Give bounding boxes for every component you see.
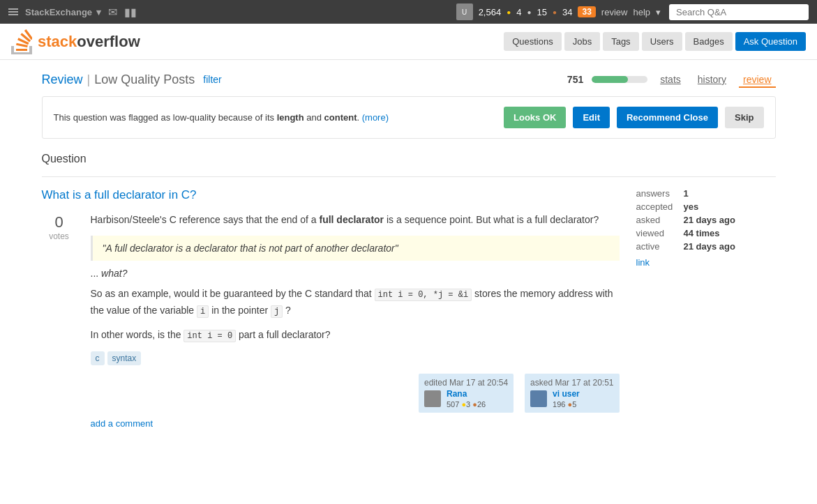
achievements-icon[interactable]: ▮▮ (124, 6, 137, 19)
gold-count: 4 (516, 7, 521, 17)
question-paragraph-1: Harbison/Steele's C reference says that … (91, 212, 620, 227)
ellipsis-paragraph: ... what? (91, 268, 620, 279)
review-header: Review | Low Quality Posts filter 751 st… (42, 71, 776, 88)
so-logo-flame-icon (11, 29, 32, 54)
users-btn[interactable]: Users (642, 32, 682, 51)
question-body: Harbison/Steele's C reference says that … (91, 212, 620, 429)
edited-label: edited Mar 17 at 20:54 (424, 378, 508, 388)
inbox-icon[interactable]: ✉ (108, 6, 117, 19)
filter-link[interactable]: filter (203, 74, 221, 85)
top-navigation: StackExchange ▾ ✉ ▮▮ U 2,564 ● 4 ● 15 ● … (0, 0, 817, 24)
brand-label: StackExchange (25, 7, 92, 17)
link-link[interactable]: link (636, 257, 776, 268)
active-stat: active 21 days ago (636, 241, 776, 252)
code-j: j (271, 305, 283, 318)
review-count: 751 (567, 74, 583, 85)
ask-question-btn[interactable]: Ask Question (735, 32, 806, 51)
section-divider (42, 176, 776, 177)
accepted-stat: accepted yes (636, 201, 776, 212)
editor-avatar (424, 390, 441, 407)
edit-button[interactable]: Edit (573, 107, 610, 128)
secondary-navigation: stackoverflow Questions Jobs Tags Users … (0, 24, 817, 60)
code-int-example: int i = 0, *j = &i (375, 289, 472, 301)
asker-rep: 196 ●5 (553, 400, 580, 408)
stats-tab[interactable]: stats (656, 71, 685, 88)
so-logo[interactable]: stackoverflow (11, 29, 140, 54)
accepted-value: yes (684, 201, 699, 212)
code-int-i-0: int i = 0 (183, 330, 236, 342)
italic-what: what? (101, 268, 127, 279)
vote-count: 0 (54, 213, 63, 231)
action-message: This question was flagged as low-quality… (54, 112, 362, 123)
help-dropdown-icon[interactable]: ▾ (656, 7, 661, 17)
main-container: Review | Low Quality Posts filter 751 st… (25, 60, 793, 440)
question-paragraph-3: In other words, is the int i = 0 part a … (91, 327, 620, 343)
edited-signature: edited Mar 17 at 20:54 Rana 507 ●3 ●26 (419, 374, 514, 413)
tag-c[interactable]: c (91, 351, 105, 365)
answers-value: 1 (684, 188, 689, 199)
avatar: U (456, 3, 473, 20)
skip-button[interactable]: Skip (725, 107, 763, 128)
question-sidebar: answers 1 accepted yes asked 21 days ago… (636, 188, 776, 429)
page-title: Low Quality Posts (94, 72, 195, 87)
looks-ok-button[interactable]: Looks OK (504, 107, 566, 128)
silver-count: 15 (537, 7, 547, 17)
review-progress-bar (592, 76, 647, 83)
question-layout: 0 votes Harbison/Steele's C reference sa… (42, 212, 620, 429)
bronze-dot: ● (553, 8, 557, 16)
progress-bar-fill (592, 76, 628, 83)
asked-signature: asked Mar 17 at 20:51 vi user 196 ●5 (525, 374, 619, 413)
jobs-btn[interactable]: Jobs (564, 32, 600, 51)
recommend-close-button[interactable]: Recommend Close (617, 107, 718, 128)
add-comment-link[interactable]: add a comment (91, 418, 153, 429)
asked-stat: asked 21 days ago (636, 215, 776, 225)
tags-area: c syntax (91, 351, 620, 365)
asked-label: asked Mar 17 at 20:51 (530, 378, 613, 388)
questions-btn[interactable]: Questions (504, 32, 562, 51)
question-main: What is a full declarator in C? 0 votes … (42, 188, 620, 429)
editor-name[interactable]: Rana (447, 389, 486, 399)
badges-btn[interactable]: Badges (685, 32, 733, 51)
sidebar-stats: answers 1 accepted yes asked 21 days ago… (636, 188, 776, 268)
question-title[interactable]: What is a full declarator in C? (42, 188, 620, 202)
question-paragraph-2: So as an example, would it be guaranteed… (91, 286, 620, 318)
review-action-text: This question was flagged as low-quality… (54, 112, 497, 123)
viewed-value: 44 times (684, 228, 720, 238)
review-link[interactable]: Review (42, 72, 83, 87)
asker-name[interactable]: vi user (553, 389, 580, 399)
history-tab[interactable]: history (694, 71, 730, 88)
review-tab[interactable]: review (739, 71, 775, 88)
quote-block: "A full declarator is a declarator that … (91, 236, 620, 261)
more-link[interactable]: (more) (362, 112, 389, 123)
tag-syntax[interactable]: syntax (107, 351, 142, 365)
content-area: What is a full declarator in C? 0 votes … (42, 188, 776, 429)
asker-avatar (530, 390, 547, 407)
active-value: 21 days ago (684, 241, 735, 252)
review-link[interactable]: review (601, 7, 628, 17)
vote-label: votes (49, 231, 69, 241)
answers-stat: answers 1 (636, 188, 776, 199)
review-action-box: This question was flagged as low-quality… (42, 96, 776, 139)
review-breadcrumb: Review | Low Quality Posts filter (42, 72, 567, 87)
code-i: i (197, 305, 209, 318)
tags-btn[interactable]: Tags (603, 32, 638, 51)
answers-label: answers (636, 188, 678, 199)
silver-dot: ● (527, 8, 531, 16)
gold-dot: ● (507, 8, 511, 16)
question-vote-area: 0 votes (42, 212, 77, 429)
section-title: Question (42, 153, 776, 165)
search-input[interactable] (669, 4, 809, 20)
quote-text: "A full declarator is a declarator that … (103, 243, 398, 254)
review-badge[interactable]: 33 (578, 6, 595, 17)
help-link[interactable]: help (633, 7, 650, 17)
dropdown-icon: ▾ (96, 7, 101, 17)
accepted-label: accepted (636, 201, 678, 212)
asked-label: asked (636, 215, 678, 225)
main-nav-buttons: Questions Jobs Tags Users Badges Ask Que… (504, 32, 806, 51)
stackexchange-brand[interactable]: StackExchange ▾ (25, 7, 101, 17)
post-signatures: edited Mar 17 at 20:54 Rana 507 ●3 ●26 (91, 374, 620, 413)
hamburger-icon[interactable] (8, 8, 18, 15)
review-stats-area: 751 stats history review (567, 71, 776, 88)
active-label: active (636, 241, 678, 252)
bronze-count: 34 (562, 7, 572, 17)
